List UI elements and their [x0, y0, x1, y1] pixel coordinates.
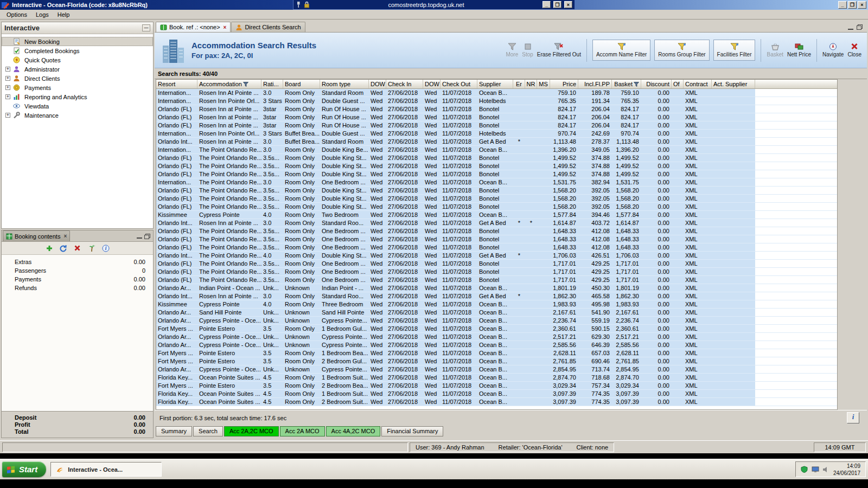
sidebar-item-viewdata[interactable]: +Viewdata: [2, 101, 153, 111]
table-row[interactable]: Orlando Int...The Point Orlando Re...4.0…: [156, 252, 837, 260]
info-button[interactable]: i: [847, 412, 859, 423]
basket-button[interactable]: Basket: [767, 42, 783, 58]
rdp-restore-button[interactable]: ❐: [553, 1, 561, 8]
table-row[interactable]: Orlando (FL)The Point Orlando Re...3.5s.…: [156, 203, 837, 211]
column-header-basket[interactable]: Basket: [612, 80, 641, 88]
sidebar-item-administrator[interactable]: +Administrator: [2, 65, 153, 74]
menu-help[interactable]: Help: [53, 10, 74, 19]
sidebar-item-reporting-and-analytics[interactable]: +Reporting and Analytics: [2, 92, 153, 101]
rdp-connection-bar[interactable]: comostreetrdp.topdog.uk.net _ ❐ ×: [293, 0, 575, 10]
table-row[interactable]: Orlando (FL)The Point Orlando Re...3.5s.…: [156, 170, 837, 178]
panel-restore-icon[interactable]: [144, 234, 150, 239]
table-row[interactable]: Orlando Int...Rosen Inn at Pointe ...3.0…: [156, 292, 837, 300]
remove-icon[interactable]: [73, 244, 82, 252]
tab-book-ref-none[interactable]: Book. ref .: <none>×: [156, 22, 231, 32]
column-header-discount[interactable]: Discount: [641, 80, 672, 88]
table-row[interactable]: Fort Myers ...Pointe Estero3.5Room Only1…: [156, 325, 837, 333]
start-button[interactable]: Start: [2, 461, 46, 477]
table-row[interactable]: Orlando (FL)The Point Orlando Re...3.5s.…: [156, 235, 837, 243]
mdi-restore-icon[interactable]: [857, 24, 863, 30]
table-row[interactable]: Orlando Int...Rosen Inn at Pointe ...3.0…: [156, 138, 837, 146]
sidebar-item-payments[interactable]: +Payments: [2, 83, 153, 92]
erase-filtered-out-button[interactable]: Erase Filtered Out: [537, 42, 581, 58]
table-row[interactable]: Orlando (FL)The Point Orlando Re...3.5s.…: [156, 162, 837, 170]
panel-minimize-icon[interactable]: —: [142, 24, 150, 31]
column-header-ms[interactable]: MS: [537, 80, 550, 88]
column-header-check-out[interactable]: Check Out: [441, 80, 477, 88]
refresh-icon[interactable]: [59, 244, 68, 252]
tray-display-icon[interactable]: [812, 466, 819, 473]
restore-button[interactable]: ❐: [848, 1, 857, 9]
column-header-price[interactable]: Price: [550, 80, 578, 88]
minimize-button[interactable]: _: [838, 1, 847, 9]
expand-icon[interactable]: +: [5, 67, 10, 72]
expand-icon[interactable]: +: [5, 85, 10, 90]
taskbar-task-button[interactable]: Interactive - Ocea...: [50, 462, 162, 477]
column-header-room-type[interactable]: Room type: [320, 80, 369, 88]
column-header-rati[interactable]: Rati...: [261, 80, 283, 88]
nett-price-button[interactable]: Nett Price: [787, 42, 811, 58]
table-row[interactable]: Orlando (FL)Rosen Inn at Pointe ...3star…: [156, 105, 837, 113]
more-button[interactable]: More: [506, 42, 518, 58]
tab-acc-4a-2c-mco[interactable]: Acc 4A,2C MCO: [326, 426, 381, 436]
mdi-minimize-icon[interactable]: [848, 25, 853, 30]
tab-financial-summary[interactable]: Financial Summary: [381, 426, 443, 436]
close-button[interactable]: Close: [847, 42, 861, 58]
palm-icon[interactable]: [87, 244, 96, 252]
sidebar-item-maintenance[interactable]: +Maintenance: [2, 111, 153, 120]
table-row[interactable]: Orlando Ar...Cypress Pointe - Oce...Unk.…: [156, 333, 837, 341]
expand-icon[interactable]: +: [5, 94, 10, 99]
tray-volume-icon[interactable]: [822, 466, 830, 473]
table-row[interactable]: Florida Key...Ocean Pointe Suites ...4.5…: [156, 374, 837, 382]
table-row[interactable]: Orlando (FL)The Point Orlando Re...3.5s.…: [156, 227, 837, 235]
column-header-of[interactable]: Of: [672, 80, 684, 88]
expand-icon[interactable]: +: [5, 76, 10, 81]
table-row[interactable]: Internation...Rosen Inn Pointe Orl...3 S…: [156, 130, 837, 138]
column-header-er[interactable]: Er: [513, 80, 525, 88]
tab-search[interactable]: Search: [193, 426, 223, 436]
table-row[interactable]: Orlando (FL)The Point Orlando Re...3.5s.…: [156, 187, 837, 195]
table-row[interactable]: Orlando Ar...Cypress Pointe - Oce...Unk.…: [156, 317, 837, 325]
pin-icon[interactable]: [296, 1, 301, 8]
sidebar-item-completed-bookings[interactable]: +Completed Bookings: [2, 46, 153, 55]
column-header-accommodation[interactable]: Accommodation: [197, 80, 261, 88]
table-row[interactable]: Orlando (FL)The Point Orlando Re...3.5s.…: [156, 268, 837, 276]
sidebar-item-direct-clients[interactable]: +Direct Clients: [2, 74, 153, 83]
column-header-check-in[interactable]: Check In: [386, 80, 423, 88]
table-row[interactable]: KissimmeeCypress Pointe4.0Room OnlyTwo B…: [156, 211, 837, 219]
column-header-supplier[interactable]: Supplier: [477, 80, 513, 88]
column-header-nr[interactable]: NR: [525, 80, 537, 88]
table-row[interactable]: Orlando (FL)Rosen Inn at Pointe ...3star…: [156, 113, 837, 121]
tab-booking-contents[interactable]: Booking contents ×: [3, 230, 70, 241]
tab-acc-2a-2c-mco[interactable]: Acc 2A,2C MCO: [224, 426, 279, 436]
facilities-filter-button[interactable]: Facilities Filter: [713, 40, 756, 61]
table-row[interactable]: Fort Myers ...Pointe Estero3.5Room Only2…: [156, 382, 837, 390]
table-row[interactable]: Orlando (FL)The Point Orlando Re...3.5s.…: [156, 276, 837, 284]
table-row[interactable]: Orlando (FL)The Point Orlando Re...3.5s.…: [156, 260, 837, 268]
navigate-button[interactable]: Navigate: [822, 42, 844, 58]
info-icon[interactable]: i: [101, 244, 110, 252]
column-header-incl-fl-pp[interactable]: Incl.Fl.PP: [578, 80, 612, 88]
sidebar-item-new-booking[interactable]: +New Booking: [2, 37, 153, 46]
table-row[interactable]: Internation...Rosen Inn Pointe Orl...3 S…: [156, 97, 837, 105]
table-row[interactable]: Internation...The Point Orlando Re...3.0…: [156, 146, 837, 154]
stop-button[interactable]: Stop: [522, 42, 533, 58]
column-header-act-supplier[interactable]: Act. Supplier: [712, 80, 755, 88]
sidebar-item-quick-quotes[interactable]: +Quick Quotes: [2, 55, 153, 65]
table-row[interactable]: Orlando (FL)The Point Orlando Re...3.5s.…: [156, 243, 837, 252]
table-row[interactable]: Orlando Ar...Cypress Pointe - Oce...Unk.…: [156, 341, 837, 349]
add-icon[interactable]: [45, 244, 54, 252]
tab-direct-clients-search[interactable]: Direct Clients Search: [231, 22, 305, 32]
table-row[interactable]: Orlando Ar...Sand Hill PointeUnk...Unkno…: [156, 309, 837, 317]
table-row[interactable]: Internation...Rosen Inn At Pointe ...3.0…: [156, 89, 837, 97]
column-header-dow[interactable]: DOW: [369, 80, 386, 88]
table-row[interactable]: Orlando Ar...Indian Point - Ocean ...Unk…: [156, 284, 837, 292]
table-row[interactable]: Florida Key...Ocean Pointe Suites ...4.5…: [156, 398, 837, 406]
close-button[interactable]: ×: [858, 1, 866, 9]
table-row[interactable]: Orlando Ar...Cypress Pointe - Oce...Unk.…: [156, 365, 837, 374]
tray-shield-icon[interactable]: [801, 466, 808, 473]
table-row[interactable]: Fort Myers ...Pointe Estero3.5Room Only2…: [156, 357, 837, 365]
table-row[interactable]: Orlando (FL)Rosen Inn at Pointe ...3star…: [156, 121, 837, 130]
table-row[interactable]: Orlando Int...Rosen Inn at Pointe ...3.0…: [156, 219, 837, 227]
accomm-name-filter-button[interactable]: Accomm Name Filter: [592, 40, 650, 61]
